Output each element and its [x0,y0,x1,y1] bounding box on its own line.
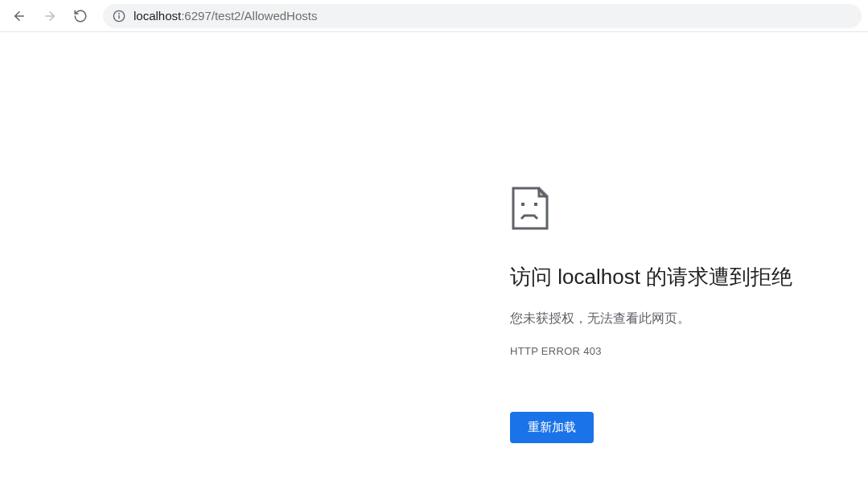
error-code: HTTP ERROR 403 [510,345,868,357]
reload-nav-button[interactable] [68,3,93,29]
sad-document-icon [510,185,868,235]
forward-button[interactable] [37,3,63,29]
url-path: :6297/test2/AllowedHosts [181,9,317,23]
svg-point-4 [119,13,120,14]
browser-toolbar: localhost:6297/test2/AllowedHosts [0,0,868,32]
arrow-left-icon [12,9,27,23]
back-button[interactable] [6,3,32,29]
url-text: localhost:6297/test2/AllowedHosts [134,9,317,23]
error-page-content: 访问 localhost 的请求遭到拒绝 您未获授权，无法查看此网页。 HTTP… [0,32,868,443]
error-title-suffix: 的请求遭到拒绝 [640,265,792,289]
svg-rect-5 [521,203,525,206]
svg-rect-6 [534,203,537,206]
address-bar[interactable]: localhost:6297/test2/AllowedHosts [103,4,862,28]
reload-button[interactable]: 重新加载 [510,412,594,443]
reload-icon [73,9,88,23]
url-host: localhost [134,9,181,23]
site-info-icon[interactable] [113,10,125,23]
error-subtitle: 您未获授权，无法查看此网页。 [510,310,868,327]
error-title: 访问 localhost 的请求遭到拒绝 [510,264,868,291]
arrow-right-icon [43,9,57,23]
error-title-prefix: 访问 [510,265,557,289]
error-title-host: localhost [557,265,640,289]
